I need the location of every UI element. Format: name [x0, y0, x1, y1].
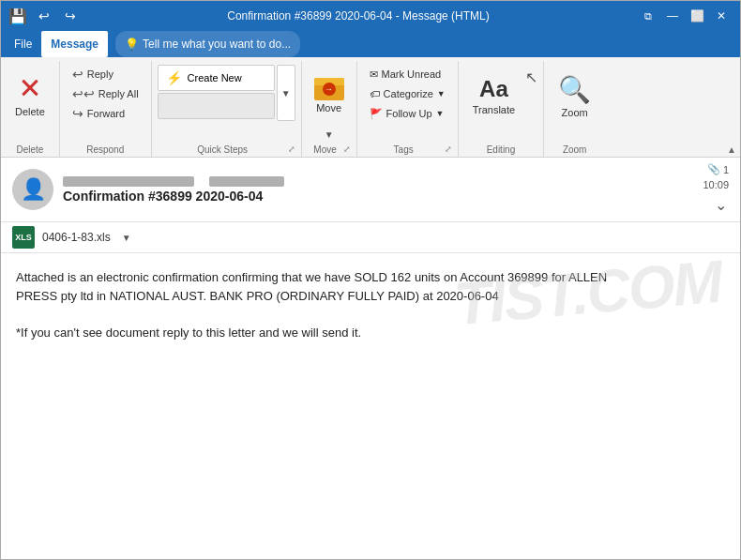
ribbon-group-editing: Aa Translate ↖ Editing [459, 61, 544, 157]
mark-unread-label: Mark Unread [382, 68, 442, 80]
message-subject: Confirmation #36899 2020-06-04 [63, 189, 693, 204]
zoom-button[interactable]: 🔍 Zoom [550, 65, 599, 127]
paperclip-icon: 📎 [707, 163, 720, 175]
ribbon-collapse-btn[interactable]: ▲ [723, 61, 740, 157]
sender-avatar: 👤 [12, 169, 53, 210]
title-bar-left: 💾 ↩ ↪ [8, 7, 80, 25]
ribbon-group-zoom: 🔍 Zoom Zoom [544, 61, 605, 157]
delete-button[interactable]: Delete [7, 65, 53, 127]
redo-btn[interactable]: ↪ [61, 7, 80, 25]
move-button[interactable]: → Move [308, 65, 351, 127]
categorize-button[interactable]: 🏷 Categorize ▼ [363, 84, 452, 103]
move-overlay-icon: → [323, 83, 336, 96]
expand-message-btn[interactable]: ⌄ [713, 194, 729, 216]
move-group-label: Move [308, 144, 343, 155]
attachment-count: 1 [723, 164, 729, 175]
follow-up-button[interactable]: 🚩 Follow Up ▼ [363, 104, 452, 123]
editing-group-content: Aa Translate ↖ [464, 65, 537, 143]
reply-all-icon: ↩↩ [72, 86, 95, 101]
reply-icon: ↩ [72, 67, 83, 82]
from-row [63, 176, 693, 187]
quicksteps-expand-icon[interactable]: ⤢ [288, 144, 295, 154]
ribbon-group-quicksteps: ⚡ Create New ▼ Quick Steps ⤢ [152, 61, 302, 157]
tell-me-label: Tell me what you want to do... [143, 38, 291, 51]
message-body: Attached is an electronic confirmation c… [1, 253, 740, 356]
categorize-label: Categorize [384, 88, 433, 99]
tags-group-content: ✉ Mark Unread 🏷 Categorize ▼ 🚩 Follow Up… [363, 65, 452, 143]
delete-group-content: Delete [7, 65, 53, 143]
xls-icon: XLS [12, 226, 35, 249]
tell-me-input[interactable]: 💡 Tell me what you want to do... [115, 31, 300, 57]
follow-up-label: Follow Up [386, 108, 432, 119]
ribbon-group-respond: ↩ Reply ↩↩ Reply All ↪ Forward Respond [60, 61, 152, 157]
reply-all-label: Reply All [98, 88, 139, 99]
window-maximize-btn[interactable]: ⬜ [686, 5, 708, 27]
menu-item-message[interactable]: Message [41, 31, 108, 57]
tags-group-label: Tags [363, 144, 445, 155]
quickstep-dropdown[interactable]: ▼ [277, 65, 295, 121]
mark-unread-button[interactable]: ✉ Mark Unread [363, 65, 452, 83]
forward-button[interactable]: ↪ Forward [66, 104, 145, 123]
body-paragraph-2: PRESS pty ltd in NATIONAL AUST. BANK PRO… [16, 287, 725, 306]
sender-name-blurred [63, 176, 194, 187]
respond-group-content: ↩ Reply ↩↩ Reply All ↪ Forward [66, 65, 145, 143]
translate-icon: Aa [479, 76, 508, 102]
attachment-bar: XLS 0406-1-83.xls ▼ [1, 222, 740, 253]
message-header-right: 📎 1 10:09 ⌄ [703, 163, 729, 216]
folder-icon: → [314, 78, 344, 100]
create-new-label: Create New [188, 72, 242, 83]
quickstep-btn2[interactable] [158, 93, 275, 119]
undo-btn[interactable]: ↩ [35, 7, 53, 25]
envelope-icon: ✉ [370, 68, 378, 81]
window-minimize-btn[interactable]: — [661, 5, 684, 27]
message-time: 10:09 [703, 179, 729, 190]
window-close-btn[interactable]: ✕ [710, 5, 733, 27]
lightbulb-icon: 💡 [125, 38, 139, 51]
forward-icon: ↪ [72, 106, 83, 121]
followup-dropdown-icon: ▼ [436, 109, 445, 118]
respond-buttons: ↩ Reply ↩↩ Reply All ↪ Forward [66, 65, 145, 123]
ribbon-group-tags: ✉ Mark Unread 🏷 Categorize ▼ 🚩 Follow Up… [357, 61, 459, 157]
message-header: 👤 Confirmation #36899 2020-06-04 📎 1 10:… [1, 158, 740, 222]
window-restore-btn[interactable]: ⧉ [637, 5, 659, 27]
editing-group-label: Editing [464, 144, 537, 155]
categorize-dropdown-icon: ▼ [437, 89, 446, 98]
sender-email-blurred [209, 176, 284, 187]
tags-expand-icon[interactable]: ⤢ [445, 144, 452, 154]
ribbon: Delete Delete ↩ Reply ↩↩ Reply All ↪ For… [1, 57, 740, 158]
ribbon-group-delete: Delete Delete [1, 61, 60, 157]
body-paragraph-1: Attached is an electronic confirmation c… [16, 268, 725, 287]
translate-label: Translate [473, 104, 515, 115]
ribbon-group-move: → Move ▼ Move ⤢ [302, 61, 357, 157]
move-expand-icon[interactable]: ⤢ [343, 144, 351, 154]
title-bar: 💾 ↩ ↪ Confirmation #36899 2020-06-04 - M… [1, 1, 740, 31]
delete-label: Delete [15, 106, 45, 117]
create-new-button[interactable]: ⚡ Create New [158, 65, 275, 91]
delete-icon [17, 74, 43, 100]
lightning-icon: ⚡ [166, 70, 182, 85]
reply-label: Reply [87, 68, 113, 80]
menu-bar: File Message 💡 Tell me what you want to … [1, 31, 740, 57]
attachment-dropdown-btn[interactable]: ▼ [118, 231, 135, 245]
save-icon[interactable]: 💾 [8, 8, 27, 25]
window-controls: ⧉ — ⬜ ✕ [637, 5, 733, 27]
zoom-icon: 🔍 [558, 74, 591, 105]
categorize-icon: 🏷 [370, 88, 380, 99]
flag-icon: 🚩 [370, 108, 383, 120]
zoom-label: Zoom [562, 107, 588, 118]
body-paragraph-3: *If you can't see document reply to this… [16, 324, 725, 342]
move-group-content: → Move ▼ [308, 65, 351, 143]
move-dropdown[interactable]: ▼ [320, 127, 339, 143]
menu-item-file[interactable]: File [5, 31, 41, 57]
quicksteps-group-label: Quick Steps [158, 144, 288, 155]
quickstep-row: ⚡ Create New ▼ [158, 65, 295, 121]
reply-all-button[interactable]: ↩↩ Reply All [66, 84, 145, 103]
message-header-info: Confirmation #36899 2020-06-04 [63, 176, 693, 204]
zoom-group-label: Zoom [550, 144, 599, 155]
attachment-filename[interactable]: 0406-1-83.xls [42, 231, 111, 244]
zoom-group-content: 🔍 Zoom [550, 65, 599, 143]
translate-button[interactable]: Aa Translate [464, 65, 523, 127]
delete-group-label: Delete [7, 144, 53, 155]
reply-button[interactable]: ↩ Reply [66, 65, 145, 83]
quicksteps-content: ⚡ Create New ▼ [158, 65, 295, 143]
